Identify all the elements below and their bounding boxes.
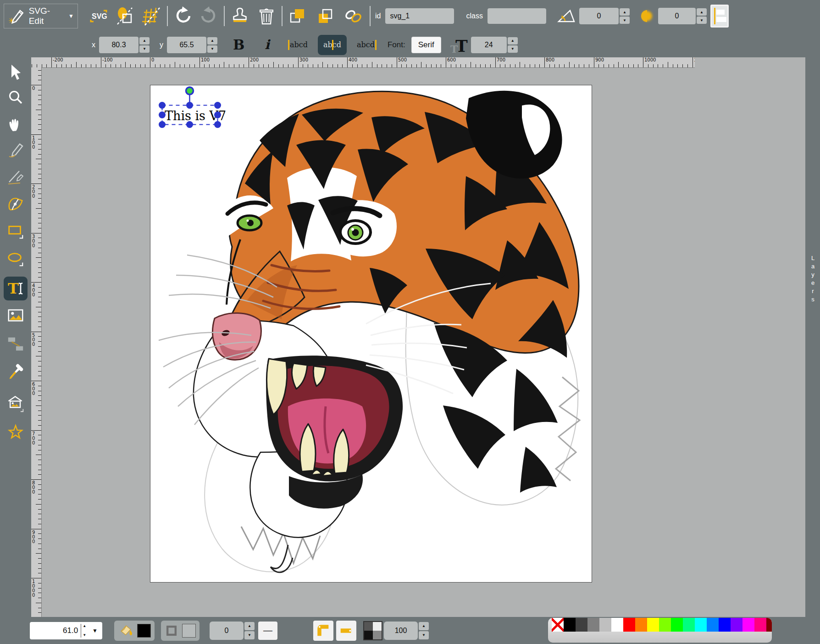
make-link-button[interactable]	[342, 6, 365, 27]
tool-zoom[interactable]	[6, 89, 25, 107]
ruler-label: 800	[32, 481, 36, 494]
angle-increment-button[interactable]: ▲	[620, 8, 630, 16]
opacity-decrement-button[interactable]: ▼	[419, 631, 429, 639]
resize-handle-se[interactable]	[214, 121, 221, 128]
tool-pan[interactable]	[6, 114, 25, 133]
stroke-dash-button[interactable]: —	[258, 622, 277, 640]
angle-decrement-button[interactable]: ▼	[620, 17, 630, 24]
resize-handle-s[interactable]	[186, 121, 193, 128]
zoom-input[interactable]: 61.0	[30, 626, 81, 635]
text-anchor-start-button[interactable]: abcd	[287, 35, 310, 55]
text-anchor-middle-button[interactable]: abcd	[318, 35, 347, 55]
palette-swatch[interactable]	[671, 618, 683, 632]
x-decrement-button[interactable]: ▼	[139, 45, 150, 53]
tool-shape-library[interactable]	[6, 394, 25, 413]
move-to-back-button[interactable]	[315, 6, 336, 27]
palette-swatch[interactable]	[587, 618, 599, 632]
element-class-input[interactable]	[488, 8, 546, 24]
tool-pencil[interactable]	[6, 141, 25, 159]
stroke-linecap-button[interactable]	[336, 621, 356, 641]
angle-input[interactable]: 0	[579, 8, 619, 24]
palette-swatch[interactable]	[766, 618, 772, 632]
redo-button[interactable]	[198, 6, 219, 27]
stroke-width-input[interactable]: 0	[210, 622, 244, 640]
editor-preferences-button[interactable]	[140, 5, 162, 27]
resize-handle-nw[interactable]	[159, 102, 166, 109]
tool-image[interactable]	[6, 306, 25, 325]
resize-handle-e[interactable]	[214, 111, 221, 118]
x-increment-button[interactable]: ▲	[139, 37, 150, 44]
palette-swatch[interactable]	[635, 618, 647, 632]
svg-canvas[interactable]: This is V7	[150, 85, 592, 583]
move-to-front-button[interactable]	[287, 6, 308, 27]
align-button[interactable]	[710, 5, 729, 28]
tool-connector[interactable]	[6, 335, 25, 353]
opacity-input[interactable]: 100	[384, 622, 418, 640]
resize-handle-sw[interactable]	[159, 121, 166, 128]
element-id-input[interactable]: svg_1	[385, 8, 454, 24]
stroke-width-increment-button[interactable]: ▲	[244, 622, 255, 630]
zoom-preset-dropdown[interactable]: ▼	[88, 627, 102, 634]
bold-button[interactable]: B	[233, 37, 244, 53]
palette-swatch[interactable]	[742, 618, 754, 632]
font-size-decrement-button[interactable]: ▼	[508, 45, 518, 53]
font-family-button[interactable]: Serif	[412, 37, 441, 53]
tool-select[interactable]	[6, 63, 25, 82]
fill-color-swatch[interactable]	[137, 624, 151, 638]
tool-rect[interactable]	[6, 222, 25, 241]
resize-handle-ne[interactable]	[214, 102, 221, 109]
palette-swatch[interactable]	[576, 618, 587, 632]
palette-swatch[interactable]	[611, 618, 623, 632]
layers-panel-tab[interactable]: Layers	[809, 255, 816, 304]
ruler-tick	[598, 64, 599, 67]
clone-button[interactable]	[229, 6, 250, 27]
y-decrement-button[interactable]: ▼	[207, 45, 217, 53]
y-increment-button[interactable]: ▲	[207, 37, 217, 44]
tool-text[interactable]: T	[4, 277, 28, 300]
tool-eyedropper[interactable]	[6, 362, 25, 381]
stroke-width-decrement-button[interactable]: ▼	[244, 631, 255, 639]
undo-button[interactable]	[172, 6, 194, 27]
palette-swatch-none[interactable]	[552, 618, 564, 632]
italic-button[interactable]: i	[265, 37, 270, 52]
palette-swatch[interactable]	[599, 618, 611, 632]
palette-swatch[interactable]	[564, 618, 576, 632]
top-ruler: -200-10001002003004005006007008009001000…	[31, 57, 695, 68]
x-coordinate-input[interactable]: 80.3	[99, 37, 139, 53]
tool-star[interactable]	[6, 423, 25, 442]
class-label: class	[466, 12, 482, 20]
font-size-input[interactable]: 24	[471, 37, 507, 53]
resize-handle-n[interactable]	[186, 102, 193, 109]
stroke-color-swatch[interactable]	[182, 624, 196, 638]
blur-decrement-button[interactable]: ▼	[697, 17, 707, 24]
delete-button[interactable]	[256, 6, 277, 27]
palette-swatch[interactable]	[754, 618, 766, 632]
palette-swatch[interactable]	[695, 618, 707, 632]
ruler-tick	[140, 64, 141, 67]
zoom-decrement-button[interactable]: ▼	[83, 633, 86, 637]
resize-handle-w[interactable]	[159, 111, 166, 118]
stroke-linejoin-button[interactable]	[313, 621, 333, 641]
palette-swatch[interactable]	[659, 618, 671, 632]
palette-swatch[interactable]	[683, 618, 695, 632]
ruler-tick	[38, 376, 41, 376]
tool-line[interactable]	[6, 167, 25, 186]
palette-swatch[interactable]	[707, 618, 719, 632]
source-editor-button[interactable]: SVG	[88, 6, 109, 26]
tool-ellipse[interactable]	[6, 250, 25, 268]
zoom-increment-button[interactable]: ▲	[83, 624, 86, 628]
palette-swatch[interactable]	[719, 618, 731, 632]
document-properties-button[interactable]	[114, 5, 136, 27]
rotate-grip[interactable]	[186, 87, 194, 94]
palette-swatch[interactable]	[731, 618, 742, 632]
tool-path[interactable]	[6, 195, 25, 213]
text-anchor-end-button[interactable]: abcd	[354, 35, 377, 55]
font-size-increment-button[interactable]: ▲	[508, 37, 518, 44]
opacity-increment-button[interactable]: ▲	[419, 622, 429, 630]
y-coordinate-input[interactable]: 65.5	[167, 37, 206, 53]
main-menu-button[interactable]: ✳ SVG-Edit ▼	[4, 4, 78, 28]
palette-swatch[interactable]	[623, 618, 635, 632]
palette-swatch[interactable]	[647, 618, 659, 632]
blur-input[interactable]: 0	[658, 8, 696, 24]
blur-increment-button[interactable]: ▲	[697, 8, 707, 16]
